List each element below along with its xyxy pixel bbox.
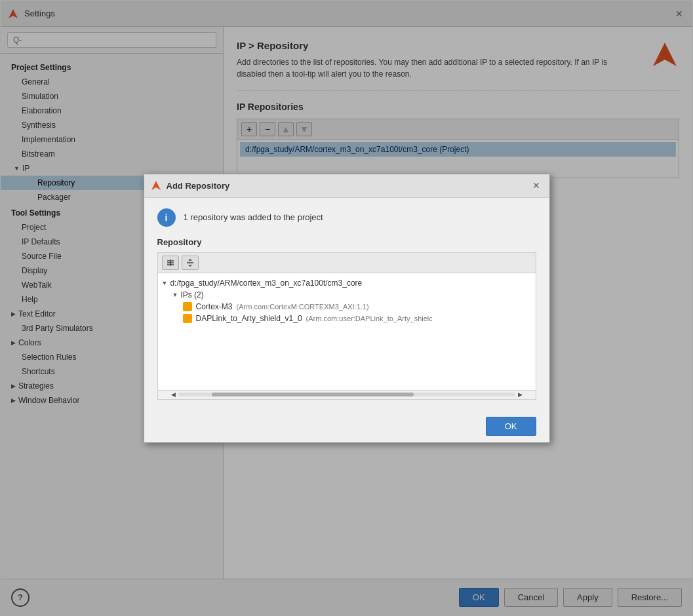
dialog-footer: OK [144,410,549,442]
dialog-logo-icon [151,180,161,191]
dialog-info-row: i 1 repository was added to the project [157,208,536,227]
scroll-right-button[interactable]: ▶ [518,391,523,398]
dialog-expand-all-button[interactable] [182,256,199,270]
modal-overlay: Add Repository ✕ i 1 repository was adde… [1,1,692,615]
dialog-tree-ip-item: DAPLink_to_Arty_shield_v1_0 (Arm.com:use… [183,313,532,324]
ip-item-icon-2 [183,314,192,323]
dialog-ok-button[interactable]: OK [486,417,536,436]
scroll-thumb[interactable] [212,393,414,396]
dialog-repo-section-title: Repository [157,237,536,247]
ip-item-meta-2: (Arm.com:user:DAPLink_to_Arty_shielc [306,315,433,322]
dialog-tree-ip-item: Cortex-M3 (Arm.com:CortexM:CORTEXM3_AXI:… [183,301,532,313]
ips-expand-arrow: ▼ [172,292,178,298]
dialog-close-button[interactable]: ✕ [530,179,543,192]
ip-item-meta: (Arm.com:CortexM:CORTEXM3_AXI:1.1) [237,303,369,311]
expand-all-icon [186,258,195,267]
ips-label: IPs (2) [180,290,203,299]
scroll-left-button[interactable]: ◀ [171,391,176,398]
dialog-body: i 1 repository was added to the project … [144,198,549,410]
scroll-track [178,393,515,396]
ip-item-name: Cortex-M3 [196,302,233,311]
svg-marker-2 [151,181,161,190]
folder-path: d:/fpga_study/ARM/cortex_m3_on_xc7a100t/… [170,279,362,288]
add-repository-dialog: Add Repository ✕ i 1 repository was adde… [144,174,550,443]
info-icon: i [157,208,176,227]
dialog-repo-toolbar [157,252,536,273]
dialog-title-text: Add Repository [167,181,230,191]
dialog-tree: ▼ d:/fpga_study/ARM/cortex_m3_on_xc7a100… [157,273,536,391]
ip-item-icon [183,302,192,311]
dialog-tree-root-folder: ▼ d:/fpga_study/ARM/cortex_m3_on_xc7a100… [162,277,532,289]
dialog-info-message: 1 repository was added to the project [184,212,323,222]
collapse-all-icon [166,258,175,267]
dialog-title-left: Add Repository [151,180,230,191]
dialog-tree-ips-folder: ▼ IPs (2) [172,289,532,301]
dialog-tree-ip-items: Cortex-M3 (Arm.com:CortexM:CORTEXM3_AXI:… [183,301,532,324]
dialog-tree-ips-group: ▼ IPs (2) Cortex-M3 (Arm.com:CortexM:COR… [172,289,532,324]
ip-item-name-2: DAPLink_to_Arty_shield_v1_0 [196,314,302,323]
dialog-collapse-all-button[interactable] [162,256,179,270]
settings-window: Settings ✕ Project Settings General Simu… [0,0,693,616]
folder-expand-arrow: ▼ [162,280,168,286]
dialog-scrollbar-area: ◀ ▶ [157,391,536,400]
dialog-title-bar: Add Repository ✕ [144,174,549,198]
